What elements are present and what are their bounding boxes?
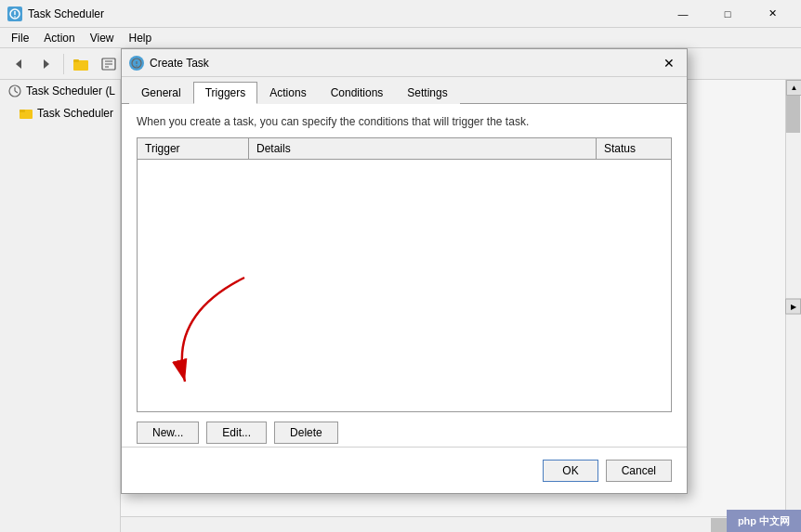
minimize-button[interactable]: — — [662, 0, 704, 28]
php-logo-text: php 中文网 — [738, 514, 790, 528]
create-task-dialog: Create Task ✕ General Triggers Actions C… — [121, 48, 688, 494]
new-trigger-button[interactable]: New... — [137, 422, 199, 444]
maximize-button[interactable]: □ — [706, 0, 749, 28]
forward-button[interactable] — [33, 52, 59, 76]
dialog-description: When you create a task, you can specify … — [137, 115, 672, 128]
properties-button[interactable] — [96, 52, 122, 76]
sidebar-item-1[interactable]: Task Scheduler — [0, 102, 120, 124]
menu-action[interactable]: Action — [36, 30, 82, 46]
folder-icon — [19, 106, 33, 121]
horizontal-scrollbar — [121, 516, 785, 532]
dialog-action-buttons: New... Edit... Delete — [137, 422, 672, 444]
svg-rect-7 — [73, 59, 79, 62]
tab-conditions[interactable]: Conditions — [319, 82, 396, 104]
dialog-titlebar: Create Task ✕ — [122, 49, 687, 77]
sidebar-item-0[interactable]: Task Scheduler (L — [0, 80, 120, 102]
svg-point-19 — [136, 65, 137, 66]
app-titlebar: Task Scheduler — □ ✕ — [0, 0, 801, 28]
col-details-header: Details — [249, 138, 597, 159]
folder-button[interactable] — [68, 52, 94, 76]
dialog-title: Create Task — [150, 57, 659, 70]
sidebar: Task Scheduler (L Task Scheduler — [0, 80, 121, 532]
trigger-table-container: Trigger Details Status — [137, 137, 672, 412]
back-button[interactable] — [6, 52, 32, 76]
tab-settings[interactable]: Settings — [395, 82, 459, 104]
scroll-up-button[interactable]: ▲ — [786, 80, 801, 96]
svg-rect-16 — [20, 110, 25, 112]
chevron-right-area: ▶ — [785, 298, 801, 314]
dialog-close-button[interactable]: ✕ — [659, 53, 679, 73]
scroll-thumb[interactable] — [786, 96, 800, 133]
tab-triggers[interactable]: Triggers — [193, 82, 258, 104]
table-body — [138, 160, 671, 409]
tab-actions[interactable]: Actions — [257, 82, 318, 104]
dialog-icon — [129, 56, 144, 71]
svg-marker-4 — [44, 59, 49, 69]
svg-point-2 — [14, 16, 16, 18]
col-trigger-header: Trigger — [138, 138, 249, 159]
menu-help[interactable]: Help — [122, 30, 160, 46]
svg-line-14 — [15, 91, 18, 93]
delete-trigger-button[interactable]: Delete — [274, 422, 338, 444]
menu-view[interactable]: View — [83, 30, 122, 46]
ok-button[interactable]: OK — [543, 460, 597, 482]
clock-icon — [7, 84, 22, 98]
menu-bar: File Action View Help — [0, 28, 801, 48]
app-close-button[interactable]: ✕ — [751, 0, 794, 28]
menu-file[interactable]: File — [4, 30, 36, 46]
titlebar-controls: — □ ✕ — [662, 0, 794, 28]
col-status-header: Status — [597, 138, 671, 159]
dialog-content: When you create a task, you can specify … — [122, 104, 687, 455]
tab-general[interactable]: General — [129, 82, 193, 104]
cancel-button[interactable]: Cancel — [606, 460, 672, 482]
php-logo: php 中文网 — [727, 510, 801, 532]
chevron-right-button[interactable]: ▶ — [785, 298, 801, 314]
main-window: Task Scheduler — □ ✕ File Action View He… — [0, 0, 801, 532]
dialog-footer: OK Cancel — [122, 447, 687, 493]
app-title: Task Scheduler — [28, 7, 662, 20]
svg-marker-3 — [16, 59, 21, 69]
sidebar-item-0-label: Task Scheduler (L — [26, 84, 115, 97]
sidebar-item-1-label: Task Scheduler — [37, 107, 113, 120]
dialog-tabs: General Triggers Actions Conditions Sett… — [122, 77, 687, 104]
app-icon — [7, 6, 22, 21]
edit-trigger-button[interactable]: Edit... — [206, 422, 267, 444]
table-header: Trigger Details Status — [138, 138, 671, 160]
